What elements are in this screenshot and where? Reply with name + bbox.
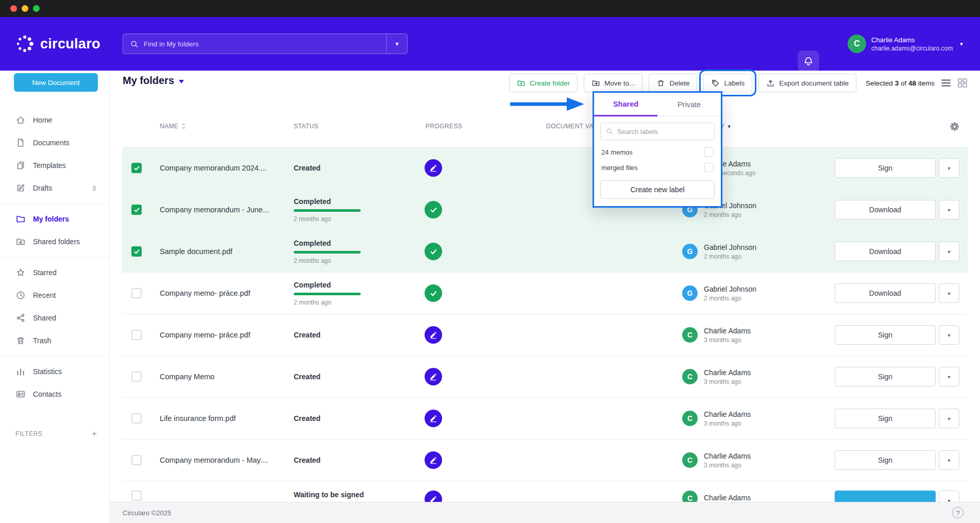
- label-item-24-memos[interactable]: 24 memos: [594, 144, 721, 160]
- column-status[interactable]: STATUS: [294, 123, 417, 130]
- label-checkbox[interactable]: [704, 163, 714, 172]
- add-filter-button[interactable]: +: [92, 429, 97, 439]
- sidebar-item-statistics[interactable]: Statistics: [0, 360, 109, 383]
- delete-button[interactable]: Delete: [649, 74, 697, 92]
- search-scope-dropdown[interactable]: ▾: [386, 34, 407, 54]
- status-cell: Created: [294, 414, 417, 423]
- notifications-button[interactable]: [798, 50, 819, 72]
- sidebar-item-my-folders[interactable]: My folders: [0, 208, 109, 230]
- user-menu[interactable]: C Charlie Adams charlie.adams@circularo.…: [848, 35, 963, 53]
- table-row[interactable]: Company memorandum - May.... Created C C…: [122, 440, 968, 481]
- action-dropdown-button[interactable]: ▾: [939, 325, 959, 345]
- documents-icon: [15, 138, 26, 148]
- row-checkbox[interactable]: [131, 205, 142, 215]
- column-name[interactable]: NAME: [151, 123, 294, 130]
- search-input[interactable]: [144, 34, 386, 54]
- avatar: C: [682, 369, 698, 384]
- signature-icon: [425, 451, 442, 469]
- row-checkbox[interactable]: [131, 413, 142, 424]
- document-name: Company Memo: [160, 373, 214, 381]
- action-button[interactable]: Download: [835, 200, 936, 220]
- user-avatar: C: [848, 35, 866, 53]
- row-checkbox[interactable]: [131, 455, 142, 465]
- global-search[interactable]: ▾: [123, 33, 408, 54]
- brand-logo: circularo: [14, 33, 100, 54]
- action-button[interactable]: Sign: [835, 158, 936, 178]
- table-row[interactable]: Company memo- práce.pdf Completed 2 mont…: [122, 273, 968, 314]
- grid-view-button[interactable]: [957, 78, 968, 88]
- toolbar-button-label: Labels: [724, 79, 745, 87]
- status-cell: Created: [294, 373, 417, 381]
- search-icon: [130, 40, 139, 48]
- row-checkbox[interactable]: [131, 246, 142, 257]
- sidebar-item-drafts[interactable]: Drafts 3: [0, 177, 109, 199]
- page-title-dropdown[interactable]: My folders: [123, 75, 184, 87]
- window-zoom-button[interactable]: [33, 5, 40, 12]
- action-button[interactable]: Sign: [835, 409, 936, 428]
- sidebar-item-home[interactable]: Home: [0, 109, 109, 131]
- sidebar-item-templates[interactable]: Templates: [0, 154, 109, 177]
- row-checkbox[interactable]: [131, 288, 142, 298]
- modified-time: 3 months ago: [704, 420, 751, 427]
- sidebar-item-shared-folders[interactable]: Shared folders: [0, 230, 109, 253]
- table-row[interactable]: Company Memo Created C Charlie Adams 3 m…: [122, 356, 968, 398]
- action-dropdown-button[interactable]: ▾: [939, 242, 959, 261]
- label-checkbox[interactable]: [704, 147, 714, 157]
- tab-private[interactable]: Private: [657, 93, 721, 116]
- status-progress-bar: [294, 209, 361, 212]
- action-dropdown-button[interactable]: ▾: [939, 367, 959, 386]
- move-to-button[interactable]: Move to...: [584, 74, 643, 92]
- table-row[interactable]: Company memorandum - June... Completed 2…: [122, 189, 968, 231]
- drafts-icon: [15, 183, 26, 193]
- action-button[interactable]: Download: [835, 283, 936, 303]
- status-cell: Completed 2 months ago: [294, 281, 417, 306]
- column-progress[interactable]: PROGRESS: [417, 123, 546, 130]
- action-dropdown-button[interactable]: ▾: [939, 158, 959, 178]
- sidebar-item-shared[interactable]: Shared: [0, 307, 109, 329]
- list-view-button[interactable]: [941, 79, 951, 87]
- action-button[interactable]: Sign: [835, 325, 936, 345]
- row-checkbox[interactable]: [131, 330, 142, 340]
- help-button[interactable]: ?: [952, 507, 964, 518]
- create-folder-button[interactable]: Create folder: [509, 74, 578, 92]
- table-row[interactable]: Life insurance form.pdf Created C Charli…: [122, 398, 968, 440]
- action-dropdown-button[interactable]: ▾: [939, 409, 959, 428]
- action-dropdown-button[interactable]: ▾: [939, 283, 959, 303]
- label-item-merged-files[interactable]: merged files: [594, 160, 721, 175]
- chevron-down-icon: ▾: [960, 41, 963, 47]
- labels-button[interactable]: Labels: [703, 74, 752, 92]
- filters-section: FILTERS +: [0, 426, 109, 442]
- row-checkbox[interactable]: [131, 163, 142, 173]
- table-row[interactable]: Company memo- práce.pdf Created C Charli…: [122, 314, 968, 356]
- new-document-button[interactable]: New Document: [14, 73, 98, 92]
- action-button[interactable]: Download: [835, 242, 936, 261]
- export-document-table-button[interactable]: Export document table: [758, 74, 856, 92]
- modified-by-cell: Charlie Adams 3 months ago: [704, 327, 751, 344]
- sidebar-item-label: Shared: [33, 314, 56, 322]
- avatar: G: [682, 285, 698, 301]
- chevron-down-icon: ▾: [948, 458, 950, 463]
- avatar: C: [682, 411, 698, 426]
- action-button[interactable]: Sign: [835, 367, 936, 386]
- table-settings-button[interactable]: [950, 122, 959, 131]
- row-checkbox[interactable]: [131, 491, 142, 501]
- sidebar-item-label: Contacts: [33, 390, 61, 398]
- sidebar-item-documents[interactable]: Documents: [0, 131, 109, 154]
- sidebar-item-starred[interactable]: Starred: [0, 261, 109, 284]
- window-minimize-button[interactable]: [22, 5, 28, 12]
- sidebar-item-trash[interactable]: Trash: [0, 329, 109, 352]
- labels-search-input[interactable]: [600, 123, 715, 140]
- row-checkbox[interactable]: [131, 372, 142, 382]
- action-dropdown-button[interactable]: ▾: [939, 200, 959, 220]
- create-new-label-button[interactable]: Create new label: [600, 180, 715, 199]
- table-row[interactable]: Company memorandum 2024.... Created C Ch…: [122, 147, 968, 189]
- table-row[interactable]: Sample document.pdf Completed 2 months a…: [122, 231, 968, 273]
- action-button[interactable]: Sign: [835, 450, 936, 470]
- window-close-button[interactable]: [10, 5, 17, 12]
- sidebar-item-recent[interactable]: Recent: [0, 284, 109, 307]
- tab-shared[interactable]: Shared: [594, 93, 657, 116]
- action-dropdown-button[interactable]: ▾: [939, 450, 959, 470]
- sort-icon[interactable]: [181, 123, 186, 130]
- sidebar-item-contacts[interactable]: Contacts: [0, 383, 109, 406]
- chevron-down-icon: ▾: [948, 374, 950, 380]
